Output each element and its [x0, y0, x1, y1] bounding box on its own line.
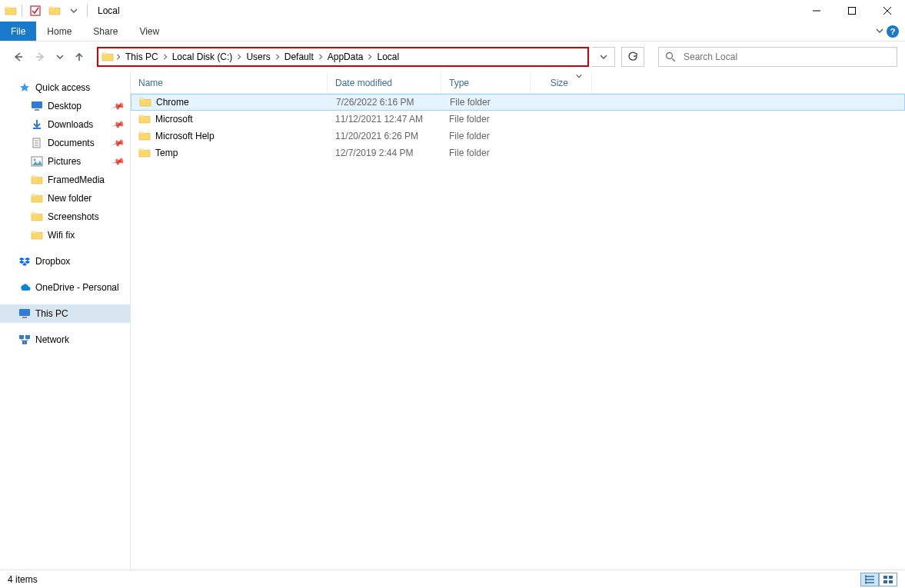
- qat-newfolder-icon[interactable]: [46, 5, 63, 17]
- chevron-right-icon[interactable]: [318, 53, 324, 61]
- folder-icon: [138, 130, 151, 142]
- sidebar-item-label: New folder: [48, 193, 91, 204]
- crumb-default[interactable]: Default: [282, 50, 316, 64]
- sidebar-onedrive[interactable]: OneDrive - Personal: [0, 278, 130, 297]
- sidebar-item-label: Desktop: [48, 101, 82, 111]
- recent-locations-button[interactable]: [54, 47, 66, 67]
- file-type: File folder: [441, 148, 531, 158]
- search-icon: [665, 51, 676, 62]
- search-input[interactable]: [682, 51, 890, 63]
- ribbon-tab-share[interactable]: Share: [82, 22, 128, 41]
- app-folder-icon: [5, 5, 17, 17]
- navigation-bar: This PC Local Disk (C:) Users Default Ap…: [0, 42, 905, 72]
- svg-point-7: [34, 159, 36, 161]
- ribbon-collapse-icon[interactable]: [876, 26, 883, 37]
- pin-icon: 📌: [111, 118, 126, 131]
- view-details-button[interactable]: [860, 573, 879, 586]
- qat-customize[interactable]: [65, 7, 82, 15]
- ribbon-tabs: File Home Share View ?: [0, 22, 905, 42]
- folder-icon: [138, 113, 151, 125]
- ribbon-tab-file[interactable]: File: [0, 22, 36, 41]
- file-row[interactable]: Microsoft Help11/20/2021 6:26 PMFile fol…: [131, 128, 905, 145]
- crumb-drive[interactable]: Local Disk (C:): [170, 50, 235, 64]
- sidebar-dropbox[interactable]: Dropbox: [0, 252, 130, 271]
- svg-rect-14: [889, 576, 893, 579]
- file-row[interactable]: Chrome7/26/2022 6:16 PMFile folder: [131, 94, 905, 111]
- svg-rect-0: [31, 6, 40, 15]
- close-button[interactable]: [870, 0, 905, 22]
- sidebar-label: This PC: [35, 308, 68, 319]
- sidebar-network[interactable]: Network: [0, 331, 130, 349]
- help-icon[interactable]: ?: [887, 25, 899, 38]
- file-type: File folder: [441, 131, 531, 141]
- address-folder-icon: [101, 51, 114, 63]
- svg-rect-9: [22, 317, 27, 318]
- chevron-right-icon[interactable]: [367, 53, 373, 61]
- column-date[interactable]: Date modified: [328, 72, 441, 93]
- ribbon-tab-home[interactable]: Home: [36, 22, 82, 41]
- chevron-right-icon[interactable]: [236, 53, 242, 61]
- downloads-icon: [31, 118, 43, 131]
- address-history-button[interactable]: [592, 47, 615, 67]
- dropbox-icon: [18, 255, 31, 267]
- file-row[interactable]: Temp12/7/2019 2:44 PMFile folder: [131, 145, 905, 161]
- chevron-right-icon[interactable]: [115, 53, 121, 61]
- maximize-button[interactable]: [834, 0, 870, 22]
- folder-icon: [31, 174, 43, 186]
- folder-icon: [31, 229, 43, 241]
- file-date: 11/12/2021 12:47 AM: [328, 114, 441, 125]
- crumb-appdata[interactable]: AppData: [325, 50, 366, 64]
- chevron-right-icon[interactable]: [162, 53, 168, 61]
- file-type: File folder: [442, 97, 531, 108]
- thispc-icon: [18, 307, 31, 320]
- sidebar-quick-access[interactable]: Quick access: [0, 78, 130, 97]
- ribbon-tab-view[interactable]: View: [128, 22, 170, 41]
- sidebar-item[interactable]: Desktop📌: [0, 97, 130, 115]
- folder-icon: [31, 192, 43, 204]
- crumb-thispc[interactable]: This PC: [123, 50, 161, 64]
- svg-rect-4: [35, 109, 39, 111]
- address-bar[interactable]: This PC Local Disk (C:) Users Default Ap…: [97, 47, 589, 67]
- column-name[interactable]: Name: [131, 72, 328, 93]
- file-date: 11/20/2021 6:26 PM: [328, 131, 441, 141]
- minimize-button[interactable]: [799, 0, 834, 22]
- view-large-icons-button[interactable]: [879, 573, 897, 586]
- search-box[interactable]: [658, 47, 897, 67]
- file-name: Chrome: [156, 97, 189, 108]
- crumb-users[interactable]: Users: [244, 50, 272, 64]
- pin-icon: 📌: [111, 154, 126, 168]
- status-bar: 4 items: [0, 570, 905, 588]
- chevron-down-icon: [576, 73, 582, 79]
- sidebar-item[interactable]: Downloads📌: [0, 115, 130, 134]
- column-type[interactable]: Type: [441, 72, 531, 93]
- qat-properties-icon[interactable]: [27, 5, 44, 16]
- back-button[interactable]: [8, 47, 28, 67]
- file-date: 12/7/2019 2:44 PM: [328, 148, 441, 158]
- sidebar-item-label: Wifi fix: [48, 230, 75, 241]
- sidebar-thispc[interactable]: This PC: [0, 304, 130, 323]
- sidebar-item[interactable]: New folder: [0, 189, 130, 208]
- up-button[interactable]: [69, 47, 89, 67]
- svg-rect-16: [889, 580, 893, 583]
- status-item-count: 4 items: [8, 574, 38, 585]
- sidebar-item[interactable]: FramedMedia: [0, 171, 130, 189]
- sidebar-label: Network: [35, 334, 69, 345]
- column-size[interactable]: Size: [531, 72, 592, 93]
- crumb-local[interactable]: Local: [374, 50, 401, 64]
- chevron-right-icon[interactable]: [274, 53, 281, 61]
- sidebar-item[interactable]: Pictures📌: [0, 152, 130, 171]
- file-name: Microsoft: [155, 114, 193, 125]
- sidebar-item[interactable]: Screenshots: [0, 208, 130, 226]
- folder-icon: [31, 211, 43, 223]
- pictures-icon: [31, 155, 43, 168]
- sidebar-item[interactable]: Wifi fix: [0, 226, 130, 244]
- file-name: Microsoft Help: [155, 131, 215, 141]
- file-type: File folder: [441, 114, 531, 125]
- forward-button[interactable]: [31, 47, 51, 67]
- refresh-button[interactable]: [621, 47, 644, 67]
- file-row[interactable]: Microsoft11/12/2021 12:47 AMFile folder: [131, 111, 905, 128]
- network-icon: [18, 334, 31, 346]
- sidebar-item[interactable]: Documents📌: [0, 134, 130, 152]
- qat-separator-2: [87, 5, 88, 17]
- svg-rect-1: [849, 8, 856, 15]
